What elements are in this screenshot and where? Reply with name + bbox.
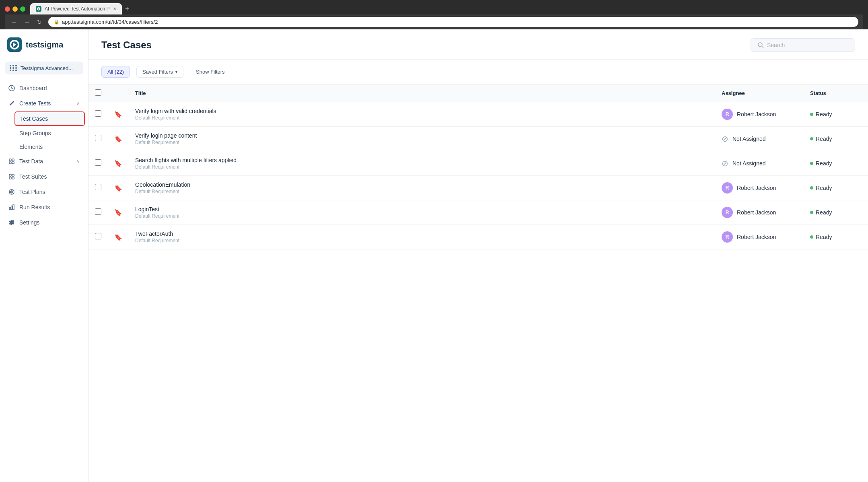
app-selector-text: Testsigma Advanced... [21, 65, 78, 71]
traffic-lights [5, 6, 25, 12]
sidebar-sub-nav: Test Cases Step Groups Elements [3, 111, 85, 153]
test-cases-table: Title Assignee Status 🔖 Verify login wit… [88, 84, 868, 249]
sidebar-item-settings[interactable]: Settings [3, 215, 85, 230]
bookmark-icon: 🔖 [114, 234, 122, 241]
tab-close-button[interactable]: × [113, 6, 116, 12]
bookmark-icon: 🔖 [114, 160, 122, 167]
address-input[interactable]: 🔒 app.testsigma.com/ui/td/34/cases/filte… [48, 17, 858, 27]
minimize-traffic-light[interactable] [12, 6, 18, 12]
bookmark-icon: 🔖 [114, 209, 122, 216]
status-text: Ready [816, 234, 832, 240]
tab-bar: AI Powered Test Automation P × + [5, 3, 863, 14]
chevron-down-icon: ∨ [76, 159, 80, 164]
table-row: 🔖 TwoFactorAuth Default Requirement R Ro… [88, 225, 868, 249]
url-text: app.testsigma.com/ui/td/34/cases/filters… [62, 19, 158, 25]
sidebar-item-elements[interactable]: Elements [14, 140, 85, 153]
status-dot [810, 211, 813, 214]
row-checkbox-5[interactable] [95, 233, 101, 239]
status-dot [810, 137, 813, 140]
close-traffic-light[interactable] [5, 6, 10, 12]
svg-rect-4 [9, 162, 11, 164]
maximize-traffic-light[interactable] [20, 6, 25, 12]
row-checkbox-0[interactable] [95, 110, 101, 117]
svg-rect-9 [12, 177, 14, 179]
table-row: 🔖 Verify login with valid credentials De… [88, 102, 868, 127]
show-filters-button[interactable]: Show Filters [190, 66, 231, 78]
status-badge: Ready [810, 185, 862, 191]
table-row: 🔖 Verify login page content Default Requ… [88, 127, 868, 151]
sidebar-item-label-test-plans: Test Plans [19, 189, 80, 195]
sidebar-item-test-cases[interactable]: Test Cases [14, 111, 85, 126]
row-checkbox-2[interactable] [95, 159, 101, 166]
row-checkbox-1[interactable] [95, 135, 101, 141]
status-text: Ready [816, 160, 832, 167]
sidebar-item-step-groups[interactable]: Step Groups [14, 127, 85, 140]
sidebar-item-test-data[interactable]: Test Data ∨ [3, 154, 85, 169]
saved-filters-button[interactable]: Saved Filters ▾ [136, 66, 183, 78]
table-header: Title Assignee Status [88, 84, 868, 102]
test-subtitle: Default Requirement [135, 115, 709, 121]
chevron-up-icon: ∧ [76, 101, 80, 106]
tab-favicon [36, 6, 41, 12]
assignee-name: Not Assigned [732, 136, 766, 142]
sidebar-item-label-run-results: Run Results [19, 204, 80, 210]
new-tab-button[interactable]: + [122, 5, 133, 13]
bookmark-icon: 🔖 [114, 111, 122, 118]
row-checkbox-4[interactable] [95, 208, 101, 215]
test-subtitle: Default Requirement [135, 164, 709, 170]
status-text: Ready [816, 111, 832, 117]
app-selector[interactable]: Testsigma Advanced... [5, 62, 83, 74]
test-subtitle: Default Requirement [135, 213, 709, 219]
active-tab[interactable]: AI Powered Test Automation P × [30, 3, 122, 14]
svg-line-17 [762, 46, 763, 48]
avatar: R [722, 207, 733, 218]
saved-filters-label: Saved Filters [142, 69, 173, 75]
svg-point-16 [758, 43, 762, 47]
test-title: TwoFactorAuth [135, 231, 709, 237]
assignee-name: Robert Jackson [737, 111, 776, 117]
lock-icon: 🔒 [54, 19, 60, 25]
chart-icon [8, 204, 15, 211]
test-subtitle: Default Requirement [135, 238, 709, 243]
refresh-button[interactable]: ↻ [35, 18, 43, 26]
sidebar-item-create-tests[interactable]: Create Tests ∧ [3, 96, 85, 111]
sidebar-item-dashboard[interactable]: Dashboard [3, 81, 85, 95]
search-bar[interactable]: Search [751, 38, 855, 52]
back-button[interactable]: ← [10, 18, 19, 26]
sidebar-item-test-suites[interactable]: Test Suites [3, 169, 85, 184]
test-cases-table-container: Title Assignee Status 🔖 Verify login wit… [88, 84, 868, 482]
status-badge: Ready [810, 209, 862, 216]
assignee-name: Robert Jackson [737, 234, 776, 240]
header-checkbox-col [88, 84, 108, 102]
table-row: 🔖 GeolocationEmulation Default Requireme… [88, 176, 868, 200]
filters-bar: All (22) Saved Filters ▾ Show Filters [88, 60, 868, 84]
sidebar-item-label-elements: Elements [19, 144, 43, 150]
select-all-checkbox[interactable] [95, 89, 101, 96]
row-checkbox-3[interactable] [95, 184, 101, 190]
sidebar-item-label-test-cases: Test Cases [20, 115, 48, 122]
page-title: Test Cases [101, 39, 152, 51]
sidebar-item-label-create-tests: Create Tests [19, 100, 72, 107]
table-row: 🔖 Search flights with multiple filters a… [88, 151, 868, 176]
sidebar-item-run-results[interactable]: Run Results [3, 200, 85, 214]
status-badge: Ready [810, 111, 862, 117]
main-content: Test Cases Search All (22) Saved Filters… [88, 29, 868, 482]
all-filter-button[interactable]: All (22) [101, 66, 130, 78]
svg-rect-7 [12, 174, 14, 176]
forward-button[interactable]: → [23, 18, 31, 26]
sidebar-item-label-test-suites: Test Suites [19, 173, 80, 180]
assignee-cell: ⊘ Not Assigned [722, 134, 797, 144]
svg-rect-6 [9, 174, 11, 176]
status-dot [810, 235, 813, 239]
svg-rect-13 [9, 207, 10, 210]
unassigned-icon: ⊘ [722, 159, 728, 168]
assignee-name: Robert Jackson [737, 209, 776, 216]
sidebar-item-test-plans[interactable]: Test Plans [3, 185, 85, 199]
app-container: testsigma Testsigma Advanced... Dashboar… [0, 29, 868, 482]
tab-title: AI Powered Test Automation P [45, 6, 110, 12]
sidebar-item-label-step-groups: Step Groups [19, 130, 51, 136]
status-badge: Ready [810, 234, 862, 240]
status-dot [810, 186, 813, 190]
gear-icon [8, 219, 15, 226]
test-title: Verify login page content [135, 132, 709, 139]
